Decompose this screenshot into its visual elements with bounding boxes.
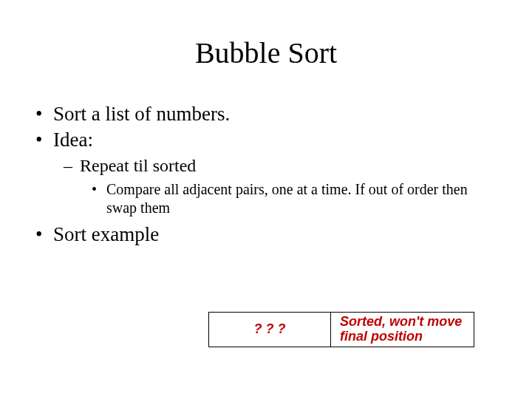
legend-unknown-text: ? ? ?	[254, 322, 286, 337]
bullet-level1: • Sort example	[35, 223, 511, 246]
bullet-text: Repeat til sorted	[80, 156, 196, 176]
bullet-level3: • Compare all adjacent pairs, one at a t…	[92, 180, 491, 217]
bullet-marker: •	[92, 180, 106, 217]
bullet-text: Sort a list of numbers.	[53, 103, 230, 126]
legend-sorted-cell: Sorted, won't move final position	[331, 312, 474, 347]
bullet-marker: •	[35, 103, 53, 126]
bullet-text: Sort example	[53, 223, 159, 246]
bullet-level1: • Idea:	[35, 129, 511, 151]
bullet-marker: •	[35, 129, 53, 151]
bullet-text: Compare all adjacent pairs, one at a tim…	[106, 180, 491, 217]
legend-unknown-cell: ? ? ?	[208, 312, 331, 347]
slide-title: Bubble Sort	[21, 35, 511, 70]
legend-sorted-text: Sorted, won't move final position	[340, 315, 465, 344]
bullet-level2: – Repeat til sorted	[64, 156, 511, 176]
legend-table: ? ? ? Sorted, won't move final position	[208, 312, 474, 347]
bullet-text: Idea:	[53, 129, 93, 151]
bullet-level1: • Sort a list of numbers.	[35, 103, 511, 126]
bullet-marker: •	[35, 223, 53, 246]
dash-marker: –	[64, 156, 80, 176]
